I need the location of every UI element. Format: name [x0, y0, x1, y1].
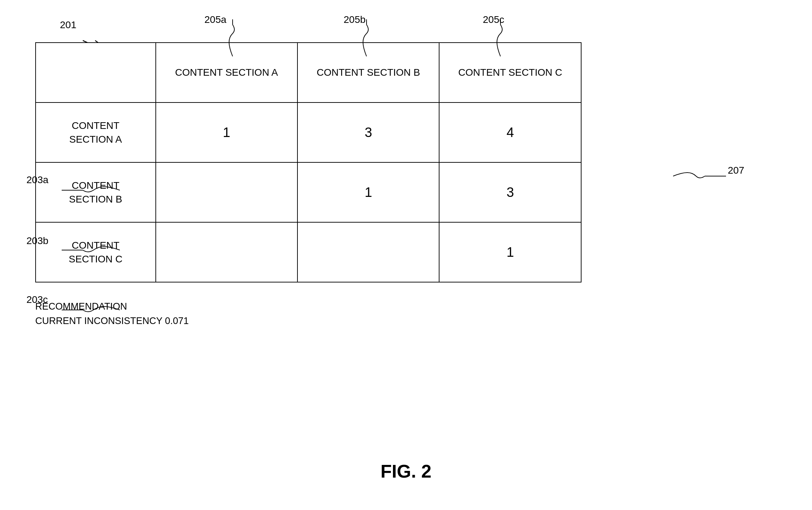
- row-header-c: CONTENTSECTION C: [39, 238, 152, 266]
- cell-b-c: 3: [443, 185, 577, 200]
- main-diagram-table: CONTENT SECTION A CONTENT SECTION B CONT…: [35, 42, 582, 282]
- col-header-b: CONTENT SECTION B: [301, 66, 435, 79]
- table-row: CONTENTSECTION A 1 3 4: [36, 102, 581, 162]
- cell-b-a: [156, 162, 297, 222]
- cell-a-b: 3: [301, 125, 435, 140]
- col-header-c: CONTENT SECTION C: [443, 66, 577, 79]
- caption-text: RECOMMENDATION CURRENT INCONSISTENCY 0.0…: [35, 299, 189, 328]
- row-header-b: CONTENTSECTION B: [39, 179, 152, 206]
- ref-205b-label: 205b: [344, 14, 365, 25]
- caption-line2: CURRENT INCONSISTENCY 0.071: [35, 314, 189, 328]
- col-header-a: CONTENT SECTION A: [160, 66, 294, 79]
- cell-c-b: [297, 222, 439, 282]
- cell-c-a: [156, 222, 297, 282]
- cell-b-b: 1: [301, 185, 435, 200]
- caption-line1: RECOMMENDATION: [35, 299, 189, 314]
- figure-label: FIG. 2: [0, 461, 812, 482]
- ref-205a-label: 205a: [204, 14, 226, 25]
- ref-201-label: 201: [60, 19, 76, 31]
- cell-c-c: 1: [443, 245, 577, 260]
- cell-a-a: 1: [160, 125, 294, 140]
- comparison-table: CONTENT SECTION A CONTENT SECTION B CONT…: [35, 42, 582, 282]
- table-row: CONTENTSECTION C 1: [36, 222, 581, 282]
- row-header-a: CONTENTSECTION A: [39, 119, 152, 146]
- table-row: CONTENTSECTION B 1 3: [36, 162, 581, 222]
- ref-207-label: 207: [728, 165, 744, 176]
- cell-a-c: 4: [443, 125, 577, 140]
- ref-205c-label: 205c: [483, 14, 504, 25]
